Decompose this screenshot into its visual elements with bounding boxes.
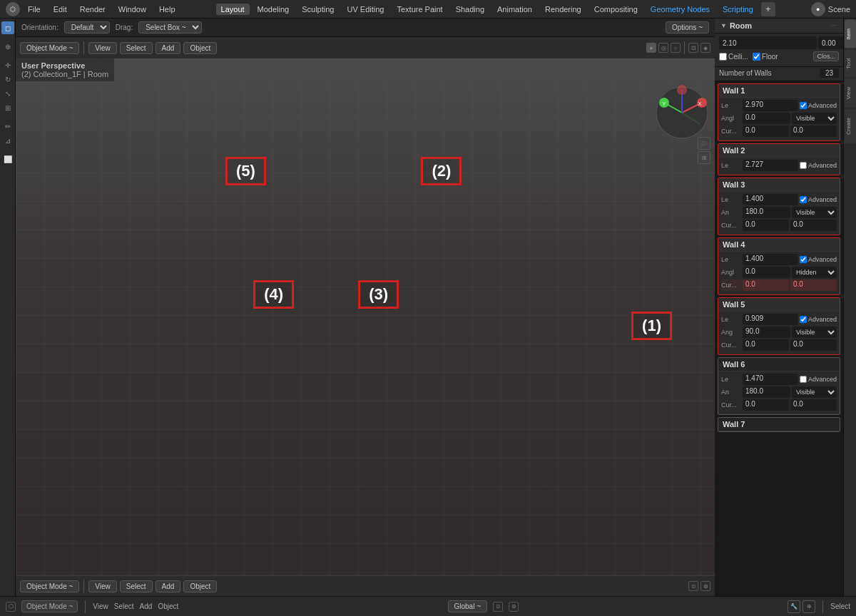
- vp-select-btn[interactable]: Select: [120, 580, 153, 592]
- status-snap-icon[interactable]: ⊙: [493, 602, 503, 612]
- rotate-tool-btn[interactable]: ↻: [1, 73, 14, 86]
- vtab-create[interactable]: Create: [845, 109, 856, 143]
- room-xy-row: Inve...: [719, 36, 839, 49]
- viewport-shading-material[interactable]: ◎: [658, 43, 668, 53]
- add-workspace-button[interactable]: +: [761, 2, 775, 16]
- add-cube-tool-btn[interactable]: ⬜: [1, 153, 14, 165]
- wall-1-advanced-checkbox[interactable]: [800, 102, 807, 109]
- move-tool-btn[interactable]: ✛: [1, 58, 14, 71]
- wall-5-cur-y: 0.0: [790, 339, 837, 351]
- object-button[interactable]: Object: [183, 42, 217, 54]
- wall-6-advanced-checkbox[interactable]: [800, 376, 807, 383]
- wall-3-advanced-checkbox[interactable]: [800, 196, 807, 203]
- menu-help[interactable]: Help: [154, 4, 180, 15]
- wall-1-angle-row: Angl 0.0 Visible Hidden: [721, 113, 837, 124]
- vtab-item[interactable]: Item: [845, 20, 856, 48]
- room-section-header[interactable]: ▼ Room ⋯: [715, 19, 843, 34]
- wall-3-visibility-select[interactable]: Visible Hidden: [792, 207, 837, 218]
- status-blender-icon[interactable]: ⬡: [6, 602, 16, 612]
- ws-tab-layout[interactable]: Layout: [216, 4, 250, 15]
- room-x-input[interactable]: [719, 36, 817, 49]
- add-button[interactable]: Add: [156, 42, 181, 54]
- ws-tab-shading[interactable]: Shading: [451, 4, 489, 15]
- overlay-toggle[interactable]: ⊡: [688, 43, 698, 53]
- vp-view-btn[interactable]: View: [88, 580, 117, 592]
- ws-tab-sculpting[interactable]: Sculpting: [297, 4, 339, 15]
- xray-toggle[interactable]: ◈: [700, 43, 710, 53]
- ws-tab-uv[interactable]: UV Editing: [342, 4, 389, 15]
- drag-dropdown[interactable]: Select Box ~: [138, 21, 202, 34]
- vp-add-btn[interactable]: Add: [156, 580, 181, 592]
- vp-proportional-icon[interactable]: ⊚: [700, 581, 710, 591]
- ws-tab-geometry-nodes[interactable]: Geometry Nodes: [646, 4, 715, 15]
- wall-2-advanced-checkbox[interactable]: [800, 162, 807, 169]
- wall-1-visibility-select[interactable]: Visible Hidden: [792, 113, 837, 124]
- wall-2-fields: Le 2.727 Advanced: [718, 158, 840, 175]
- vtab-view[interactable]: View: [845, 78, 856, 108]
- menu-file[interactable]: File: [23, 4, 46, 15]
- blender-logo-icon[interactable]: ⬡: [6, 2, 20, 16]
- status-proportional-icon[interactable]: ⊚: [509, 602, 519, 612]
- viewport-shading-solid[interactable]: ●: [646, 43, 656, 53]
- wall-6-visibility-select[interactable]: Visible Hidden: [792, 386, 837, 398]
- vtab-tool[interactable]: Tool: [845, 50, 856, 78]
- scale-tool-btn[interactable]: ⤡: [1, 87, 14, 100]
- wall-3-label: Wall 3: [723, 180, 745, 189]
- viewport-shading-render[interactable]: ○: [671, 43, 681, 53]
- orientation-dropdown[interactable]: Default: [64, 21, 110, 34]
- wall-5-advanced-checkbox[interactable]: [800, 316, 807, 323]
- navigation-gizmo[interactable]: X Y: [653, 84, 710, 141]
- scene-3d[interactable]: User Perspective (2) Collection_1F | Roo…: [16, 58, 715, 575]
- select-tool-btn[interactable]: ◻: [1, 21, 14, 34]
- ws-tab-scripting[interactable]: Scripting: [718, 4, 758, 15]
- ws-tab-rendering[interactable]: Rendering: [540, 4, 586, 15]
- wall-4-visibility-select[interactable]: Visible Hidden: [792, 267, 837, 278]
- zoom-camera-btn[interactable]: 🎥: [698, 137, 710, 150]
- right-panel-content: ▼ Room ⋯ Inve... Ceili...: [715, 19, 843, 596]
- wall-4-advanced-checkbox[interactable]: [800, 256, 807, 263]
- vp-object-mode-btn[interactable]: Object Mode ~: [20, 580, 79, 592]
- viewport-controls: 🎥 ⊞: [698, 137, 710, 164]
- wall-3-length-value: 1.400: [743, 194, 798, 205]
- options-button[interactable]: Options ~: [666, 21, 709, 34]
- status-icon-1[interactable]: 🔧: [788, 600, 800, 613]
- wall-5-visibility-select[interactable]: Visible Hidden: [792, 327, 837, 338]
- ws-tab-animation[interactable]: Animation: [492, 4, 537, 15]
- vp-object-btn[interactable]: Object: [183, 580, 217, 592]
- vp-snap-icon[interactable]: ⊙: [688, 581, 698, 591]
- ceiling-checkbox[interactable]: [719, 53, 727, 61]
- select-button[interactable]: Select: [120, 42, 153, 54]
- view-button[interactable]: View: [88, 42, 117, 54]
- wall-1-angl-label: Angl: [721, 115, 741, 122]
- ws-tab-compositing[interactable]: Compositing: [589, 4, 643, 15]
- grid-btn[interactable]: ⊞: [698, 151, 710, 164]
- room-y-input[interactable]: [818, 36, 843, 49]
- transform-tool-btn[interactable]: ⊞: [1, 101, 14, 114]
- wall-2-advanced-check: Advanced: [800, 162, 837, 169]
- status-view: View: [93, 602, 108, 610]
- menu-edit[interactable]: Edit: [49, 4, 72, 15]
- status-icon-2[interactable]: ⊕: [802, 600, 815, 613]
- measure-tool-btn[interactable]: ⊿: [1, 134, 14, 147]
- wall-5-header: Wall 5: [718, 298, 840, 312]
- object-mode-button[interactable]: Object Mode ~: [20, 42, 79, 54]
- close-button[interactable]: Clos...: [813, 51, 839, 61]
- ws-tab-texture[interactable]: Texture Paint: [392, 4, 447, 15]
- wall-1-advanced-check: Advanced: [800, 102, 837, 109]
- ws-tab-modeling[interactable]: Modeling: [253, 4, 295, 15]
- status-object-mode[interactable]: Object Mode ~: [21, 600, 78, 612]
- scene-name-label: Scene: [828, 5, 850, 14]
- viewport-toolbar: Object Mode ~ View Select Add Object ● ◎…: [16, 37, 715, 58]
- floor-checkbox[interactable]: [753, 53, 760, 61]
- status-global-btn[interactable]: Global ~: [448, 600, 488, 612]
- ceiling-label: Ceili...: [728, 53, 748, 61]
- render-engine-icon[interactable]: ●: [811, 2, 825, 16]
- menu-window[interactable]: Window: [113, 4, 151, 15]
- cursor-tool-btn[interactable]: ⊕: [1, 40, 14, 53]
- vp-sep1: [83, 580, 84, 592]
- drag-label: Drag:: [116, 24, 133, 31]
- wall-5-fields: Le 0.909 Advanced Ang 90.0 Visible: [718, 312, 840, 354]
- viewport[interactable]: Object Mode ~ View Select Add Object ● ◎…: [16, 37, 715, 596]
- menu-render[interactable]: Render: [75, 4, 111, 15]
- annotate-tool-btn[interactable]: ✏: [1, 120, 14, 133]
